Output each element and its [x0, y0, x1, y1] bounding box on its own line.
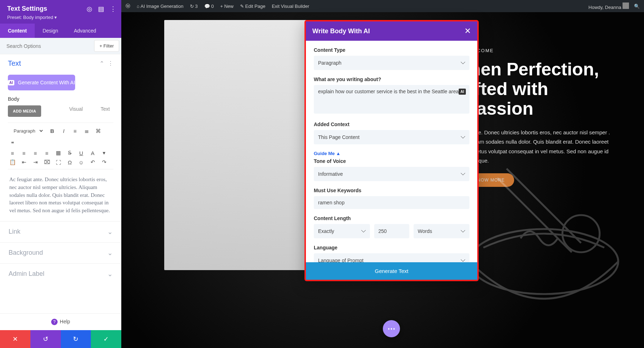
context-select[interactable]: This Page Content: [314, 130, 469, 144]
svg-point-0: [469, 229, 618, 294]
add-media-button[interactable]: ADD MEDIA: [8, 105, 41, 117]
edit-page-link[interactable]: ✎ Edit Page: [240, 4, 265, 9]
editor-tab-text[interactable]: Text: [97, 103, 113, 115]
modal-header: Write Body With AI ✕: [306, 21, 477, 41]
ai-write-modal: Write Body With AI ✕ Content Type Paragr…: [304, 20, 479, 281]
hero-paragraph: at ante. Donec ultricies lobortis eros, …: [465, 128, 615, 165]
save-button[interactable]: ✓: [91, 330, 121, 348]
tone-label: Tone of Voice: [314, 158, 469, 164]
clear-icon[interactable]: ⌧: [44, 159, 50, 165]
accordion-admin-label[interactable]: Admin Label⌄: [0, 263, 121, 284]
preset-dropdown[interactable]: Preset: Body imported ▾: [7, 15, 114, 20]
undo-button[interactable]: ↺: [30, 330, 61, 348]
strike-icon[interactable]: S̶: [67, 150, 73, 156]
hero-heading: men Perfection,afted with Passion: [465, 60, 615, 119]
color-dropdown-icon[interactable]: ▾: [101, 150, 107, 156]
align-left-icon[interactable]: ≡: [9, 150, 16, 156]
help-icon: ?: [51, 319, 58, 325]
modal-title: Write Body With AI: [312, 28, 370, 35]
wp-admin-bar: ⓦ ⌂ AI Image Generation ↻ 3 💬 0 + New ✎ …: [121, 0, 644, 12]
format-select[interactable]: Paragraph: [9, 126, 44, 135]
content-type-select[interactable]: Paragraph: [314, 56, 469, 70]
sidebar-tabs: Content Design Advanced: [0, 24, 121, 38]
chevron-up-icon[interactable]: ⌃: [99, 60, 104, 67]
table-icon[interactable]: ▦: [55, 150, 62, 156]
align-center-icon[interactable]: ≡: [21, 150, 27, 156]
filter-button[interactable]: + Filter: [94, 40, 119, 52]
search-input[interactable]: [0, 39, 92, 53]
builder-fab[interactable]: ⋯: [383, 320, 400, 337]
align-right-icon[interactable]: ≡: [32, 150, 39, 156]
main-canvas: ⓦ ⌂ AI Image Generation ↻ 3 💬 0 + New ✎ …: [121, 0, 644, 348]
length-mode-select[interactable]: Exactly: [314, 224, 370, 238]
panel-body: Text ⌃⋮ AI Generate Content With AI Body…: [0, 54, 121, 313]
ai-icon: AI: [8, 80, 14, 85]
bulleted-list-icon[interactable]: ≡: [72, 128, 78, 134]
settings-sidebar: Text Settings Preset: Body imported ▾ ◎ …: [0, 0, 121, 348]
more-icon[interactable]: ⋮: [110, 5, 116, 13]
help-bar[interactable]: ?Help: [0, 313, 121, 330]
section-more-icon[interactable]: ⋮: [108, 60, 113, 67]
search-row: + Filter: [0, 38, 121, 54]
cancel-button[interactable]: ✕: [0, 330, 30, 348]
text-section-header[interactable]: Text ⌃⋮: [0, 54, 121, 73]
editor-tab-visual[interactable]: Visual: [65, 103, 86, 115]
tab-advanced[interactable]: Advanced: [66, 24, 104, 38]
editor-content[interactable]: Ac feugiat ante. Donec ultricies loborti…: [0, 169, 121, 221]
chevron-down-icon: ⌄: [107, 228, 113, 236]
italic-icon[interactable]: I: [60, 128, 67, 134]
chevron-down-icon: ⌄: [107, 249, 113, 257]
indent-icon[interactable]: ⇥: [32, 159, 39, 165]
ai-assist-icon[interactable]: AI: [459, 89, 466, 95]
about-textarea[interactable]: [314, 85, 469, 114]
accordion-link[interactable]: Link⌄: [0, 221, 121, 242]
emoji-icon[interactable]: ☺: [78, 159, 84, 165]
special-char-icon[interactable]: Ω: [67, 159, 73, 165]
accordion-background[interactable]: Background⌄: [0, 242, 121, 263]
link-icon[interactable]: ⌘: [95, 128, 101, 134]
updates-link[interactable]: ↻ 3: [190, 4, 198, 9]
language-label: Language: [314, 245, 469, 250]
bold-icon[interactable]: B: [49, 128, 55, 134]
text-color-icon[interactable]: A: [89, 150, 96, 156]
length-number-input[interactable]: [374, 224, 409, 238]
footer-buttons: ✕ ↺ ↻ ✓: [0, 330, 121, 348]
hero-eyebrow: WELCOME: [465, 48, 615, 53]
redo-icon[interactable]: ↷: [101, 159, 107, 165]
new-link[interactable]: + New: [220, 4, 233, 9]
search-icon[interactable]: 🔍: [634, 4, 640, 9]
keywords-input[interactable]: [314, 196, 469, 209]
redo-button[interactable]: ↻: [61, 330, 91, 348]
align-justify-icon[interactable]: ≡: [44, 150, 50, 156]
keywords-label: Must Use Keywords: [314, 188, 469, 193]
guide-me-toggle[interactable]: Guide Me ▲: [314, 151, 469, 156]
greeting-link[interactable]: Howdy, Deanna: [589, 3, 629, 10]
generate-content-button[interactable]: AI Generate Content With AI: [8, 75, 75, 90]
fullscreen-icon[interactable]: ⛶: [55, 159, 62, 165]
paste-icon[interactable]: 📋: [9, 159, 16, 165]
close-icon[interactable]: ✕: [464, 26, 471, 36]
language-select[interactable]: Language of Prompt: [314, 253, 469, 262]
outdent-icon[interactable]: ⇤: [21, 159, 27, 165]
quote-icon[interactable]: ❝: [9, 140, 16, 147]
about-label: What are you writing about?: [314, 76, 469, 82]
undo-icon[interactable]: ↶: [89, 159, 96, 165]
length-unit-select[interactable]: Words: [414, 224, 470, 238]
wp-logo-icon[interactable]: ⓦ: [126, 3, 130, 9]
chevron-down-icon: ⌄: [107, 270, 113, 278]
tab-content[interactable]: Content: [0, 24, 35, 38]
underline-icon[interactable]: U: [78, 150, 84, 156]
editor-toolbar: Paragraph B I ≡ ≣ ⌘ ❝ ≡≡≡≡ ▦ S̶U A▾ 📋⇤⇥⌧…: [8, 123, 113, 169]
site-link[interactable]: ⌂ AI Image Generation: [137, 4, 184, 9]
hero-image: [164, 20, 322, 270]
responsive-icon[interactable]: ◎: [87, 5, 92, 13]
exit-builder-link[interactable]: Exit Visual Builder: [272, 4, 309, 9]
generate-text-button[interactable]: Generate Text: [306, 262, 477, 280]
tone-select[interactable]: Informative: [314, 167, 469, 181]
numbered-list-icon[interactable]: ≣: [83, 128, 90, 134]
layout-icon[interactable]: ▤: [98, 5, 104, 13]
context-label: Added Context: [314, 121, 469, 127]
comments-link[interactable]: 💬 0: [204, 4, 214, 9]
tab-design[interactable]: Design: [35, 24, 66, 38]
content-type-label: Content Type: [314, 47, 469, 53]
